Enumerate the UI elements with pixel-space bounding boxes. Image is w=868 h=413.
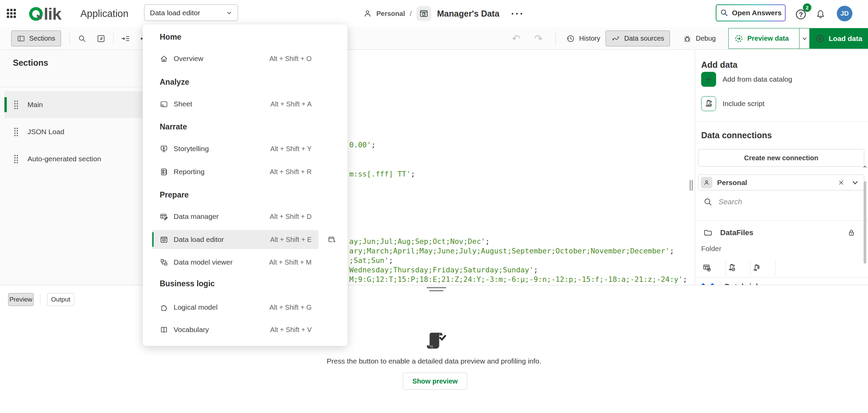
app-icon bbox=[416, 6, 431, 21]
sections-toggle-label: Sections bbox=[29, 35, 55, 42]
preview-data-label: Preview data bbox=[747, 35, 789, 42]
comment-button[interactable] bbox=[94, 32, 108, 45]
tab-label: Output bbox=[51, 296, 70, 303]
menu-item-shortcut: Alt + Shift + Y bbox=[270, 145, 312, 153]
breadcrumb-space[interactable]: Personal bbox=[376, 10, 405, 18]
drag-handle-icon[interactable] bbox=[14, 128, 19, 136]
show-preview-button[interactable]: Show preview bbox=[403, 373, 467, 390]
menu-item-data-model-viewer[interactable]: Data model viewer Alt + Shift + M bbox=[152, 251, 318, 273]
code-line: 0.00'; bbox=[349, 140, 376, 150]
menu-item-shortcut: Alt + Shift + R bbox=[270, 168, 312, 176]
toolbar-divider bbox=[113, 33, 114, 45]
section-item-json-load[interactable]: JSON Load bbox=[4, 118, 160, 145]
load-data-button[interactable]: Load data bbox=[810, 28, 868, 49]
clear-filter-icon[interactable] bbox=[837, 179, 845, 186]
menu-item-shortcut: Alt + Shift + M bbox=[269, 259, 312, 266]
menu-item-shortcut: Alt + Shift + E bbox=[270, 236, 312, 244]
menu-item-logical-model[interactable]: Logical model Alt + Shift + G bbox=[152, 296, 318, 318]
sheet-icon bbox=[160, 100, 168, 108]
tab-preview[interactable]: Preview bbox=[8, 293, 34, 306]
menu-item-overview[interactable]: Overview Alt + Shift + O bbox=[152, 48, 318, 69]
connection-search[interactable] bbox=[703, 195, 846, 209]
sections-panel: Sections Main JSON Load Auto-generated s… bbox=[0, 50, 166, 285]
code-line: m:ss[.fff] TT'; bbox=[349, 169, 415, 179]
debug-label: Debug bbox=[696, 35, 716, 42]
preview-data-icon bbox=[734, 34, 744, 43]
redo-button[interactable]: ↷ bbox=[532, 32, 545, 45]
breadcrumb: Personal / Manager's Data bbox=[363, 0, 525, 27]
search-input[interactable] bbox=[718, 197, 820, 207]
section-item-main[interactable]: Main bbox=[4, 91, 160, 118]
scroll-up-icon[interactable] bbox=[863, 165, 867, 168]
drag-handle-icon[interactable] bbox=[14, 101, 19, 109]
insert-script-button[interactable] bbox=[726, 263, 750, 272]
space-filter-dropdown[interactable]: Personal bbox=[698, 174, 864, 190]
chevron-down-icon[interactable] bbox=[851, 179, 859, 187]
add-from-catalog-label: Add from data catalog bbox=[723, 75, 792, 83]
history-button[interactable]: History bbox=[561, 30, 605, 46]
folder-icon bbox=[703, 228, 713, 238]
preview-data-caret-button[interactable] bbox=[799, 28, 809, 48]
menu-item-vocabulary[interactable]: Vocabulary Alt + Shift + V bbox=[152, 319, 318, 340]
history-clock-icon bbox=[566, 34, 575, 43]
app-launcher-icon[interactable] bbox=[7, 9, 17, 19]
include-script-icon bbox=[701, 96, 716, 111]
edit-connection-button[interactable] bbox=[751, 263, 775, 272]
more-options-icon[interactable] bbox=[509, 10, 525, 17]
notifications-button[interactable] bbox=[815, 9, 826, 20]
select-data-button[interactable] bbox=[701, 263, 726, 272]
divider bbox=[695, 220, 868, 221]
menu-item-data-load-editor[interactable]: Data load editor Alt + Shift + E bbox=[152, 230, 318, 249]
create-new-connection-button[interactable]: Create new connection bbox=[698, 149, 864, 167]
sections-toggle-button[interactable]: Sections bbox=[11, 30, 61, 46]
search-button[interactable] bbox=[75, 32, 89, 45]
chevron-down-icon bbox=[226, 10, 232, 16]
connection-item-datafiles[interactable]: DataFiles bbox=[703, 226, 863, 240]
indent-button[interactable] bbox=[119, 32, 132, 45]
menu-item-shortcut: Alt + Shift + V bbox=[270, 326, 312, 334]
space-filter-value: Personal bbox=[717, 179, 837, 187]
tab-output[interactable]: Output bbox=[47, 293, 74, 306]
menu-item-data-manager[interactable]: Data manager Alt + Shift + D bbox=[152, 206, 318, 227]
avatar[interactable]: JD bbox=[837, 6, 852, 21]
view-selector-dropdown[interactable]: Data load editor bbox=[144, 4, 238, 21]
personal-space-icon bbox=[701, 177, 712, 188]
selected-indicator bbox=[4, 97, 7, 112]
menu-item-label: Reporting bbox=[174, 168, 204, 176]
scrollbar-thumb[interactable] bbox=[864, 181, 866, 264]
code-line: ary;March;April;May;June;July;August;Sep… bbox=[349, 246, 674, 256]
toolbar-divider bbox=[555, 33, 556, 45]
debug-button[interactable]: Debug bbox=[678, 30, 721, 46]
open-answers-button[interactable]: Open Answers bbox=[716, 4, 786, 21]
avatar-initials: JD bbox=[841, 10, 849, 17]
app-name: Manager's Data bbox=[437, 9, 499, 19]
svg-text:?: ? bbox=[799, 11, 803, 18]
add-from-catalog-button[interactable]: Add from data catalog bbox=[701, 72, 792, 87]
section-item-label: Auto-generated section bbox=[27, 155, 101, 163]
data-sources-toggle-button[interactable]: Data sources bbox=[606, 30, 670, 46]
help-button[interactable]: ? 2 bbox=[794, 7, 810, 22]
plus-icon bbox=[701, 72, 716, 87]
menu-item-sheet[interactable]: Sheet Alt + Shift + A bbox=[152, 93, 318, 115]
open-answers-label: Open Answers bbox=[732, 9, 782, 17]
menu-item-label: Storytelling bbox=[174, 145, 209, 153]
undo-button[interactable]: ↶ bbox=[509, 32, 523, 45]
top-bar: lik Application Data load editor Persona… bbox=[0, 0, 868, 27]
add-data-title: Add data bbox=[701, 60, 737, 70]
panel-resize-handle[interactable] bbox=[690, 180, 693, 191]
right-panel-scrollbar[interactable] bbox=[863, 165, 867, 287]
preview-output-panel: Preview Output Press the button to enabl… bbox=[0, 285, 868, 413]
section-item-label: JSON Load bbox=[27, 128, 64, 136]
section-item-auto-generated[interactable]: Auto-generated section bbox=[4, 145, 160, 172]
panel-resize-handle[interactable] bbox=[427, 287, 446, 293]
include-script-button[interactable]: Include script bbox=[701, 96, 765, 111]
connection-name: DataFiles bbox=[720, 228, 847, 237]
menu-item-label: Data load editor bbox=[174, 235, 224, 244]
open-in-new-tab-button[interactable] bbox=[323, 231, 340, 248]
navigation-menu: Home Overview Alt + Shift + O Analyze Sh… bbox=[143, 24, 348, 346]
menu-item-reporting[interactable]: Reporting Alt + Shift + R bbox=[152, 161, 318, 183]
menu-item-storytelling[interactable]: Storytelling Alt + Shift + Y bbox=[152, 138, 318, 160]
menu-item-label: Data manager bbox=[174, 212, 219, 221]
preview-data-button[interactable]: Preview data bbox=[729, 28, 799, 48]
drag-handle-icon[interactable] bbox=[14, 155, 19, 163]
